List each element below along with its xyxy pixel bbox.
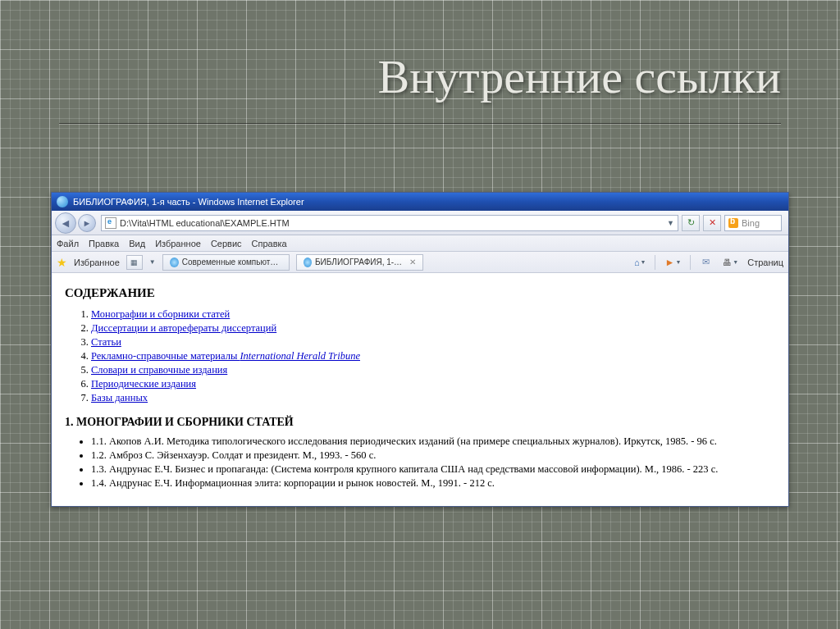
tab-active[interactable]: БИБЛИОГРАФИЯ, 1-я ча... ✕ [296,254,423,271]
slide-title: Внутренние ссылки [378,49,782,104]
toc-item: Словари и справочные издания [91,364,775,376]
printer-icon: 🖶 [723,258,732,267]
ie-tab-icon [304,258,312,267]
chevron-down-icon[interactable]: ▼ [149,258,156,266]
arrow-right-icon: ► [83,218,92,228]
page-menu-label[interactable]: Страниц [747,258,783,267]
toolbar-divider [655,255,655,270]
menu-file[interactable]: Файл [57,239,79,248]
address-bar[interactable]: D:\Vita\HTML educational\EXAMPLE.HTM ▼ [101,215,678,231]
arrow-left-icon: ◄ [60,217,71,230]
menu-favorites[interactable]: Избранное [155,239,201,248]
toc-item: Монографии и сборники статей [91,308,775,321]
grid-icon: ▦ [130,258,138,267]
bibliography-item: 1.3. Андрунас Е.Ч. Бизнес и пропаганда: … [91,463,775,476]
chevron-down-icon[interactable]: ▼ [641,259,646,265]
toc-link-1[interactable]: Монографии и сборники статей [91,308,230,320]
bibliography-item: 1.2. Амброз С. Эйзенхауэр. Солдат и през… [91,449,775,462]
bibliography-item: 1.1. Акопов А.И. Методика типологическог… [91,435,775,448]
bibliography-item: 1.4. Андрунас Е.Ч. Информационная элита:… [91,477,775,490]
favorites-bar: ★ Избранное ▦ ▼ Современные компьютерн..… [52,252,788,273]
bibliography-list: 1.1. Акопов А.И. Методика типологическог… [91,435,775,490]
menu-help[interactable]: Справка [252,239,287,248]
bing-icon [728,218,738,228]
menu-bar: Файл Правка Вид Избранное Сервис Справка [52,235,788,252]
quicktabs-button[interactable]: ▦ [126,255,143,270]
toc-item: Рекламно-справочные материалы Internatio… [91,350,775,362]
toc-list: Монографии и сборники статей Диссертации… [91,308,775,404]
menu-tools[interactable]: Сервис [211,239,242,248]
toc-link-6[interactable]: Периодические издания [91,378,196,390]
chevron-down-icon[interactable]: ▼ [733,259,738,265]
address-text: D:\Vita\HTML educational\EXAMPLE.HTM [120,218,290,228]
toc-item: Диссертации и авторефераты диссертаций [91,322,775,335]
refresh-icon: ↻ [687,217,695,228]
toc-link-7[interactable]: Базы данных [91,392,148,403]
search-engine-label: Bing [742,218,760,228]
window-titlebar: БИБЛИОГРАФИЯ, 1-я часть - Windows Intern… [52,193,788,211]
toc-item: Статьи [91,336,775,349]
print-button[interactable]: 🖶 ▼ [720,254,741,271]
search-box[interactable]: Bing [724,215,782,231]
mail-icon: ✉ [702,257,710,267]
tab-background[interactable]: Современные компьютерн... [162,254,290,271]
home-icon: ⌂ [634,258,640,267]
mail-button[interactable]: ✉ [697,254,714,271]
section-1-heading: 1. МОНОГРАФИИ И СБОРНИКИ СТАТЕЙ [65,416,775,429]
toc-link-3[interactable]: Статьи [91,336,121,348]
feeds-button[interactable]: ► ▼ [662,254,683,271]
menu-edit[interactable]: Правка [89,239,119,248]
star-icon[interactable]: ★ [57,256,67,269]
page-icon [105,217,116,229]
back-button[interactable]: ◄ [55,212,76,234]
menu-view[interactable]: Вид [129,239,145,248]
favorites-label[interactable]: Избранное [74,258,120,267]
browser-window: БИБЛИОГРАФИЯ, 1-я часть - Windows Intern… [51,192,789,507]
nav-toolbar: ◄ ► D:\Vita\HTML educational\EXAMPLE.HTM… [52,211,788,235]
ie-logo-icon [57,196,68,207]
address-bar-wrap: D:\Vita\HTML educational\EXAMPLE.HTM ▼ ↻… [101,215,782,231]
stop-button[interactable]: ✕ [703,215,721,231]
chevron-down-icon[interactable]: ▼ [667,219,674,227]
chevron-down-icon[interactable]: ▼ [675,259,681,265]
tab-active-label: БИБЛИОГРАФИЯ, 1-я ча... [315,258,403,267]
home-button[interactable]: ⌂ ▼ [632,254,649,271]
forward-button[interactable]: ► [78,214,96,232]
ie-tab-icon [170,258,179,267]
toc-item: Периодические издания [91,378,775,390]
contents-heading: СОДЕРЖАНИЕ [65,286,775,300]
page-content: СОДЕРЖАНИЕ Монографии и сборники статей … [52,273,788,506]
toc-link-5[interactable]: Словари и справочные издания [91,364,227,376]
toc-item: Базы данных [91,392,775,404]
rss-icon: ► [664,257,674,268]
toolbar-divider [690,255,691,270]
toc-link-4[interactable]: Рекламно-справочные материалы Internatio… [91,350,360,362]
close-icon: ✕ [709,217,716,228]
title-underline [59,123,781,125]
tab-bg-label: Современные компьютерн... [182,258,282,267]
refresh-button[interactable]: ↻ [682,215,700,231]
toc-link-2[interactable]: Диссертации и авторефераты диссертаций [91,322,276,334]
tab-close-icon[interactable]: ✕ [409,258,416,267]
window-title-text: БИБЛИОГРАФИЯ, 1-я часть - Windows Intern… [73,197,304,207]
